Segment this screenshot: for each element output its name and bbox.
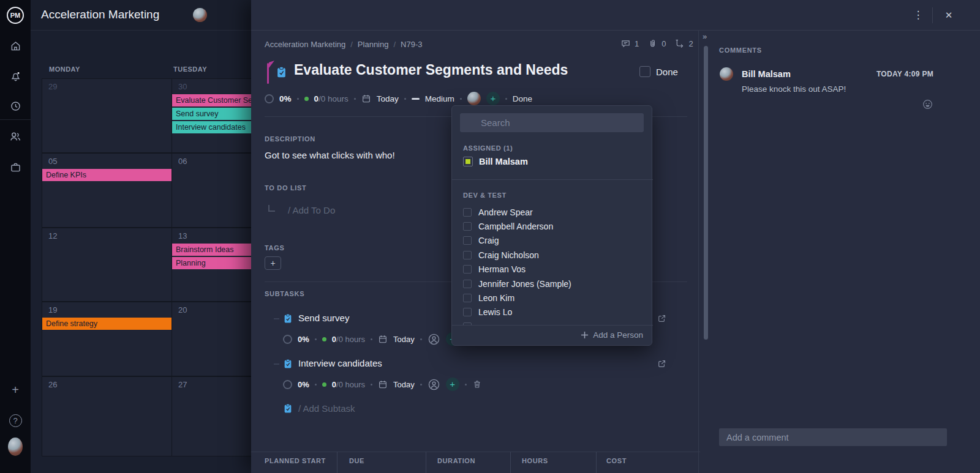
calendar-event[interactable]: Interview candidates: [172, 121, 251, 133]
progress-value[interactable]: 0%: [298, 380, 309, 389]
column-header: COST: [606, 457, 627, 464]
person-row[interactable]: Andrew Spear: [463, 205, 642, 219]
add-person-button[interactable]: Add a Person: [581, 330, 643, 340]
due-date[interactable]: Today: [393, 335, 415, 344]
checkbox[interactable]: [463, 222, 472, 231]
assignee-placeholder-icon[interactable]: [428, 378, 440, 391]
emoji-reaction-icon[interactable]: [922, 99, 933, 110]
person-row[interactable]: Craig: [463, 234, 642, 248]
subtask-title[interactable]: Send survey: [298, 313, 349, 323]
open-subtask-icon[interactable]: [657, 313, 667, 324]
add-comment-input[interactable]: [719, 428, 947, 446]
progress-ring-icon[interactable]: [265, 94, 274, 103]
task-title[interactable]: Evaluate Customer Segments and Needs: [294, 62, 568, 78]
priority-medium-icon[interactable]: [412, 98, 420, 100]
person-row[interactable]: Lewis Lo: [463, 305, 642, 319]
team-icon[interactable]: [8, 129, 23, 144]
notifications-icon[interactable]: [8, 69, 23, 83]
person-name: Herman Vos: [478, 264, 526, 274]
day-number: 30: [178, 82, 251, 92]
open-subtask-icon[interactable]: [657, 359, 667, 369]
progress-ring-icon[interactable]: [283, 335, 292, 344]
assignee-placeholder-icon[interactable]: [428, 333, 440, 346]
calendar-cell[interactable]: 13 Brainstorm Ideas Planning: [172, 228, 251, 302]
subtask-count-icon[interactable]: [674, 39, 685, 49]
assignee-avatar[interactable]: [467, 92, 481, 105]
project-owner-avatar[interactable]: [193, 8, 207, 22]
hours-value[interactable]: 0/0 hours: [332, 335, 365, 344]
calendar-event[interactable]: Define strategy: [42, 318, 172, 330]
checkbox[interactable]: [463, 208, 472, 217]
person-row[interactable]: Jennifer Jones (Sample): [463, 277, 642, 291]
calendar-event[interactable]: Define KPIs: [42, 169, 172, 181]
add-assignee-button[interactable]: +: [446, 378, 459, 391]
calendar-cell[interactable]: 30 Evaluate Customer Seg Send survey Int…: [172, 78, 251, 153]
assigned-person-row[interactable]: Bill Malsam: [463, 157, 528, 166]
calendar-event[interactable]: Brainstorm Ideas: [172, 244, 251, 256]
tags-label: TAGS: [265, 244, 285, 251]
history-icon[interactable]: [8, 99, 23, 113]
calendar-cell[interactable]: 20: [172, 302, 251, 376]
subtask-title[interactable]: Interview candidates: [298, 358, 382, 368]
due-date[interactable]: Today: [393, 380, 415, 389]
add-tag-button[interactable]: +: [265, 256, 281, 270]
person-row[interactable]: Campbell Anderson: [463, 219, 642, 233]
person-row[interactable]: Herman Vos: [463, 263, 642, 277]
calendar-icon[interactable]: [378, 334, 388, 344]
calendar-cell[interactable]: 27: [172, 376, 251, 456]
calendar-event[interactable]: Evaluate Customer Seg: [172, 94, 251, 106]
day-header: MONDAY: [49, 65, 80, 73]
breadcrumb-project[interactable]: Acceleration Marketing: [265, 40, 345, 49]
calendar-cell[interactable]: 29: [42, 78, 172, 153]
checked-checkbox[interactable]: [463, 157, 473, 166]
description-text[interactable]: Got to see what clicks with who!: [265, 150, 395, 160]
attachment-count-icon[interactable]: [647, 39, 658, 49]
search-input[interactable]: [460, 113, 644, 132]
add-assignee-button[interactable]: +: [486, 92, 500, 105]
calendar-cell[interactable]: 05 Define KPIs: [42, 153, 172, 228]
home-icon[interactable]: [8, 39, 23, 53]
calendar-event[interactable]: Send survey: [172, 108, 251, 120]
left-rail: PM + ?: [0, 0, 31, 473]
calendar-event[interactable]: Planning: [172, 257, 251, 269]
priority-value[interactable]: Medium: [425, 94, 454, 103]
person-name: Andrew Spear: [478, 207, 533, 217]
breadcrumb-task-id[interactable]: N79-3: [393, 40, 422, 49]
checkbox[interactable]: [463, 294, 472, 302]
add-todo-input[interactable]: / Add To Do: [288, 205, 335, 215]
progress-ring-icon[interactable]: [283, 380, 292, 389]
help-icon[interactable]: ?: [8, 413, 23, 428]
calendar-cell[interactable]: 12: [42, 228, 172, 302]
breadcrumb-plan[interactable]: Planning: [350, 40, 388, 49]
checkbox[interactable]: [463, 308, 472, 316]
checkbox[interactable]: [463, 236, 472, 245]
add-subtask-input[interactable]: / Add Subtask: [298, 403, 355, 414]
checkbox[interactable]: [463, 251, 472, 259]
person-row-clipped[interactable]: [463, 319, 642, 325]
progress-value[interactable]: 0%: [279, 94, 292, 103]
status-value[interactable]: Done: [513, 94, 532, 103]
work-icon[interactable]: [8, 160, 23, 174]
hours-value[interactable]: 0/0 hours: [332, 380, 365, 389]
hours-value[interactable]: 0/0 hours: [314, 94, 349, 103]
person-row[interactable]: Craig Nicholson: [463, 248, 642, 262]
delete-subtask-icon[interactable]: [472, 379, 482, 390]
calendar-icon[interactable]: [361, 94, 371, 103]
person-row[interactable]: Leon Kim: [463, 291, 642, 305]
comment-count-icon[interactable]: [620, 39, 631, 49]
calendar-cell[interactable]: 19 Define strategy: [42, 302, 172, 376]
pm-logo[interactable]: PM: [7, 7, 24, 24]
comment-timestamp: TODAY 4:09 PM: [876, 70, 933, 78]
sidebar-avatar[interactable]: [8, 439, 23, 454]
checkbox[interactable]: [463, 265, 472, 274]
calendar-cell[interactable]: 06: [172, 153, 251, 228]
calendar-cell[interactable]: 26: [42, 376, 172, 456]
checkbox[interactable]: [463, 280, 472, 288]
collapse-panel-icon[interactable]: »: [703, 32, 707, 41]
done-checkbox[interactable]: [639, 66, 650, 77]
due-date[interactable]: Today: [377, 94, 399, 103]
people-list: Andrew Spear Campbell Anderson Craig Cra…: [463, 205, 642, 325]
add-icon[interactable]: +: [8, 382, 23, 397]
progress-value[interactable]: 0%: [298, 335, 309, 344]
calendar-icon[interactable]: [378, 379, 388, 389]
